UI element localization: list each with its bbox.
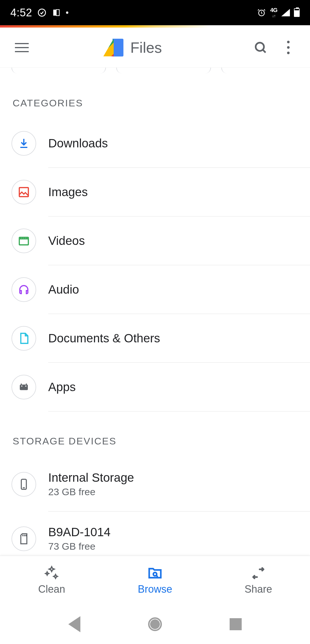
status-time: 4:52 — [10, 7, 32, 19]
row-label: Audio — [48, 283, 310, 296]
svg-point-4 — [256, 42, 264, 51]
app-bar: Files — [0, 28, 310, 68]
phone-icon — [11, 472, 36, 497]
back-button[interactable] — [68, 616, 80, 632]
category-videos[interactable]: Videos — [11, 216, 310, 265]
recent-apps-button[interactable] — [230, 618, 242, 630]
storage-internal[interactable]: Internal Storage 23 GB free — [11, 457, 310, 512]
files-logo-icon — [103, 39, 123, 56]
card-stub[interactable] — [116, 68, 211, 73]
svg-point-8 — [21, 385, 22, 387]
notification-icon — [52, 8, 61, 17]
image-icon — [11, 180, 36, 204]
category-images[interactable]: Images — [11, 168, 310, 216]
svg-point-9 — [25, 385, 26, 387]
search-button[interactable] — [250, 37, 271, 58]
category-apps[interactable]: Apps — [11, 363, 310, 411]
categories-header: CATEGORIES — [0, 73, 310, 119]
svg-rect-7 — [20, 385, 28, 390]
categories-list: Downloads Images Videos Audio Documents … — [0, 119, 310, 411]
system-navigation-bar — [0, 604, 310, 644]
row-subtitle: 73 GB free — [48, 541, 310, 552]
alarm-icon — [257, 8, 266, 17]
video-icon — [11, 229, 36, 253]
svg-rect-2 — [56, 10, 59, 16]
card-stub[interactable] — [11, 68, 106, 73]
row-label: Downloads — [48, 136, 310, 150]
sdcard-icon — [11, 526, 36, 551]
nav-label: Browse — [138, 583, 172, 595]
dot-icon — [66, 11, 68, 14]
nav-share[interactable]: Share — [207, 556, 310, 604]
home-button[interactable] — [148, 617, 162, 631]
category-audio[interactable]: Audio — [11, 265, 310, 314]
card-stub[interactable] — [221, 68, 310, 73]
checkmark-icon — [37, 8, 46, 17]
row-label: B9AD-1014 — [48, 525, 310, 539]
storage-header: STORAGE DEVICES — [0, 411, 310, 457]
nav-browse[interactable]: Browse — [103, 556, 207, 604]
nav-clean[interactable]: Clean — [0, 556, 103, 604]
row-label: Apps — [48, 380, 310, 394]
audio-icon — [11, 277, 36, 302]
row-label: Internal Storage — [48, 471, 310, 485]
category-documents[interactable]: Documents & Others — [11, 314, 310, 363]
category-downloads[interactable]: Downloads — [11, 119, 310, 168]
apps-icon — [11, 375, 36, 399]
row-label: Images — [48, 185, 310, 199]
row-label: Videos — [48, 234, 310, 248]
storage-list: Internal Storage 23 GB free B9AD-1014 73… — [0, 457, 310, 566]
network-icon: 4G↓↑ — [270, 7, 277, 18]
row-subtitle: 23 GB free — [48, 486, 310, 497]
nav-label: Clean — [38, 583, 65, 595]
bottom-navigation: Clean Browse Share — [0, 556, 310, 604]
signal-icon — [281, 9, 290, 16]
nav-label: Share — [245, 583, 272, 595]
suggestion-cards-row — [0, 68, 310, 73]
svg-point-0 — [38, 9, 45, 16]
document-icon — [11, 326, 36, 351]
app-title-block: Files — [32, 39, 233, 56]
download-icon — [11, 131, 36, 156]
status-bar: 4:52 4G↓↑ — [0, 0, 310, 25]
svg-rect-1 — [53, 10, 56, 16]
menu-button[interactable] — [11, 37, 32, 58]
battery-icon — [294, 8, 300, 17]
svg-point-11 — [153, 572, 157, 576]
app-title: Files — [130, 39, 162, 56]
more-options-button[interactable] — [278, 37, 299, 58]
svg-rect-5 — [19, 188, 28, 197]
row-label: Documents & Others — [48, 331, 310, 345]
loading-gradient — [0, 25, 310, 28]
